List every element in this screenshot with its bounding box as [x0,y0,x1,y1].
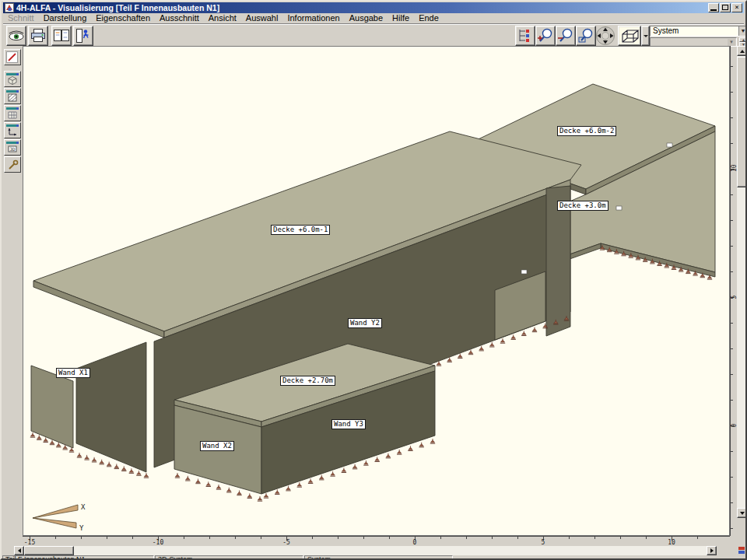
view-3d-dropdown[interactable] [641,26,650,46]
scene-label: Wand Y3 [331,419,366,429]
zoom-out-button[interactable] [556,26,576,46]
scene-label: Wand X1 [56,368,90,378]
scroll-down-button[interactable] [737,508,747,518]
visualisation-properties-button[interactable] [515,26,535,46]
window-title: 4H-ALFA - Visualisierung [Teil F Innenau… [16,3,707,12]
solid-cube-icon [6,73,19,86]
view-select-value: System [653,26,679,35]
dimensions-button[interactable] [4,122,21,138]
vertical-scrollbar[interactable] [737,46,747,518]
view-select[interactable]: System ▼ [650,26,747,37]
menu-item-ausschnitt[interactable]: Ausschnitt [155,13,204,23]
scene-label: Wand X2 [200,441,234,451]
number-tag-icon: 3D [6,142,19,154]
zoom-window-button[interactable] [576,26,596,46]
pages-icon [52,28,71,44]
pencil-icon [6,51,19,64]
solid-view-button[interactable] [4,71,21,87]
zoom-out-icon [556,27,575,44]
scroll-right-button[interactable] [707,546,717,555]
axis-y-label: Y [79,524,84,532]
svg-text:3D: 3D [10,145,16,151]
vertical-ruler: 1050 [730,46,737,536]
scene-label: Decke +6.0m-2 [557,126,616,136]
exit-button[interactable] [73,26,93,46]
scene-label: Wand Y2 [348,318,382,328]
exit-door-icon [74,28,93,44]
axes-icon [6,124,19,137]
combo-arrow-icon[interactable]: ▼ [738,26,747,36]
arrow-left-icon [16,548,21,553]
chevron-down-icon [644,35,648,40]
zoom-in-icon [536,27,555,44]
toolbar: System ▼ ▼ ▲ ▼ [3,23,744,47]
scene-label: Decke +6.0m-1 [271,225,330,235]
vertical-scroll-thumb[interactable] [737,57,747,187]
scene-label: Decke +3.0m [557,201,608,211]
report-button[interactable] [51,26,72,46]
menu-item-informationen[interactable]: Informationen [282,13,344,23]
app-icon [5,3,14,12]
title-bar: 4H-ALFA - Visualisierung [Teil F Innenau… [3,2,744,13]
view-button[interactable] [6,26,26,46]
minimize-button[interactable] [708,3,719,12]
app-window: 4H-ALFA - Visualisierung [Teil F Innenau… [0,0,747,560]
status-bar: Teil F Innenausbauten N1 3D-System Syste… [2,555,747,560]
menu-item-ende[interactable]: Ende [414,13,444,23]
axis-x-label: X [81,503,86,511]
zoom-window-icon [577,27,595,44]
menu-item-darstellung[interactable]: Darstellung [39,13,92,23]
properties-tree-icon [516,27,535,44]
mesh-cube-icon [6,107,19,120]
print-button[interactable] [28,26,48,46]
arrow-up-icon [740,47,745,53]
scroll-left-button[interactable] [14,546,24,555]
edit-button[interactable] [4,49,21,65]
side-toolbar: 3D [3,47,23,558]
horizontal-ruler: -15-10-50510 [2,536,747,546]
wall-fragment-left[interactable] [76,342,146,472]
close-button[interactable]: × [731,3,742,12]
status-view: System [304,555,453,560]
maximize-button[interactable] [720,3,731,12]
corner-app-icon [738,547,745,555]
tools-button[interactable] [4,156,21,173]
wrench-icon [6,159,19,171]
arrow-down-icon [740,512,745,517]
mesh-view-button[interactable] [4,105,21,121]
arrow-right-icon [710,548,716,553]
menu-item-hilfe[interactable]: Hilfe [388,13,414,23]
menu-item-ansicht[interactable]: Ansicht [204,13,241,23]
menu-bar: SchnittDarstellungEigenschaftenAusschnit… [3,13,744,23]
box-3d-icon [619,27,640,44]
scene-label: Decke +2.70m [280,376,335,386]
view-3d-button[interactable] [618,26,641,46]
zoom-in-button[interactable] [535,26,556,46]
pan-cross-icon [595,26,615,46]
horizontal-scrollbar[interactable] [14,546,717,555]
hatched-square-icon [6,90,19,103]
numbering-button[interactable]: 3D [4,139,21,156]
combo2-arrow-icon: ▼ [728,39,735,46]
menu-item-auswahl[interactable]: Auswahl [241,13,283,23]
axis-indicator: X Y [33,503,86,532]
menu-item-schnitt: Schnitt [3,13,39,23]
horizontal-scroll-thumb[interactable] [24,546,74,555]
menu-item-ausgabe[interactable]: Ausgabe [345,13,388,23]
scene-3d: X Y [23,47,729,535]
status-system-type: 3D-System [155,555,303,560]
pan-control[interactable] [595,26,615,46]
menu-item-eigenschaften[interactable]: Eigenschaften [91,13,155,23]
printer-icon [29,28,47,44]
drawing-canvas[interactable]: X Y Decke +6.0m-2Decke +3.0mDecke +6.0m-… [23,46,730,536]
hatched-view-button[interactable] [4,88,21,104]
status-project: Teil F Innenausbauten N1 [2,555,154,560]
eye-icon [7,28,26,44]
scroll-up-button[interactable] [737,46,747,56]
